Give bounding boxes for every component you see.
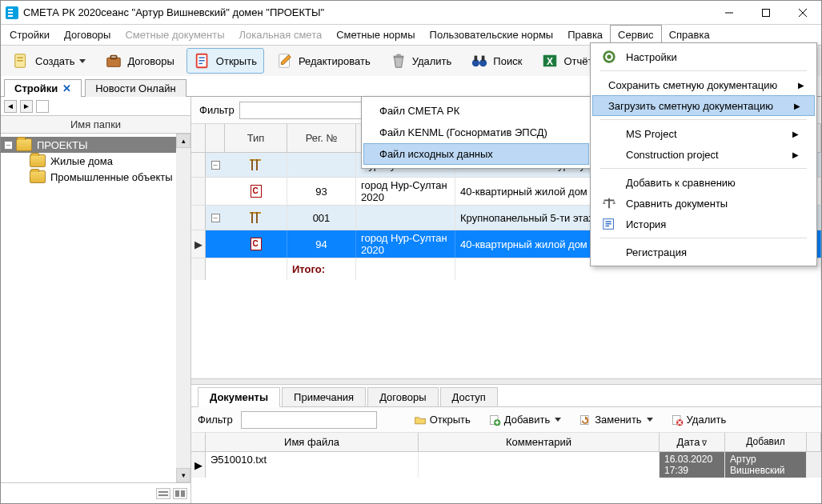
load-doc-submenu: Файл СМЕТА РК Файл KENML (Госнорматив ЭП… xyxy=(361,96,591,169)
document-open-icon xyxy=(194,52,211,70)
bdelete-button[interactable]: Удалить xyxy=(666,412,732,428)
excel-icon: X xyxy=(541,52,559,70)
collapse-icon[interactable]: – xyxy=(211,161,220,170)
badd-button[interactable]: Добавить xyxy=(483,412,566,428)
document-c-icon xyxy=(251,238,262,250)
add-icon xyxy=(488,414,501,426)
layout-toggle-1[interactable] xyxy=(156,488,170,499)
menu-localnaya-smeta: Локальная смета xyxy=(232,25,330,45)
briefcase-icon xyxy=(105,52,122,70)
collapse-icon[interactable]: – xyxy=(4,141,13,150)
btab-documents[interactable]: Документы xyxy=(198,387,280,407)
col-type[interactable]: Тип xyxy=(225,124,287,153)
tab-stroyki[interactable]: Стройки✕ xyxy=(4,79,82,97)
search-label: Поиск xyxy=(493,55,522,67)
btab-contracts[interactable]: Договоры xyxy=(367,387,438,407)
menu-stroyki[interactable]: Стройки xyxy=(2,25,57,45)
open-button[interactable]: Открыть xyxy=(186,48,264,74)
file-row[interactable]: ▶ Э510010.txt 16.03.2020 17:39 Артур Виш… xyxy=(191,452,821,478)
bcol-date[interactable]: Дата∇ xyxy=(660,433,725,451)
create-button[interactable]: Создать xyxy=(6,48,93,74)
bcol-added[interactable]: Добавил xyxy=(725,433,807,451)
menu-user-normy[interactable]: Пользовательские нормы xyxy=(423,25,561,45)
app-title: СМЕТА РК 2020 xyxy=(23,6,101,18)
bcol-name[interactable]: Имя файла xyxy=(206,433,419,451)
history-icon xyxy=(602,217,616,231)
tree-root[interactable]: – ПРОЕКТЫ xyxy=(1,137,190,153)
menu-load-doc[interactable]: Загрузить сметную документацию▶ xyxy=(592,95,815,116)
menu-dogovory[interactable]: Договоры xyxy=(57,25,118,45)
document-c-icon xyxy=(251,185,262,198)
edit-button[interactable]: Редактировать xyxy=(269,48,378,74)
nav-blank-icon xyxy=(36,100,49,113)
layout-toggle-2[interactable] xyxy=(173,488,187,499)
delete-label: Удалить xyxy=(412,55,452,67)
delete-button[interactable]: Удалить xyxy=(383,48,459,74)
col-reg[interactable]: Рег. № xyxy=(287,124,356,153)
svg-rect-38 xyxy=(606,226,610,226)
svg-rect-14 xyxy=(393,56,403,58)
menu-registration[interactable]: Регистрация xyxy=(592,242,815,262)
totals-label: Итого: xyxy=(292,263,325,275)
scroll-down-button[interactable]: ▾ xyxy=(176,468,190,482)
svg-rect-25 xyxy=(181,490,185,497)
close-button[interactable] xyxy=(784,1,821,24)
svg-rect-5 xyxy=(18,57,23,58)
tree-item[interactable]: Промышленные объекты xyxy=(1,169,190,185)
btab-access[interactable]: Доступ xyxy=(440,387,498,407)
maximize-button[interactable] xyxy=(748,1,784,24)
folder-icon xyxy=(16,138,32,151)
menu-compare[interactable]: Сравнить документы xyxy=(592,193,815,214)
menu-msproject[interactable]: MS Project▶ xyxy=(592,123,815,144)
splitter[interactable] xyxy=(191,378,821,385)
btab-notes[interactable]: Примечания xyxy=(282,387,366,407)
session-title: сеанс "Артур Вишневский" домен "ПРОЕКТЫ" xyxy=(101,6,324,18)
submenu-kenml-file[interactable]: Файл KENML (Госнорматив ЭПСД) xyxy=(363,122,589,143)
breplace-button[interactable]: Заменить xyxy=(574,412,657,428)
replace-icon xyxy=(579,414,591,426)
collapse-icon[interactable]: – xyxy=(211,214,220,222)
submenu-arrow-icon: ▶ xyxy=(785,81,804,90)
bfilter-label: Фильтр xyxy=(198,414,233,426)
svg-rect-37 xyxy=(606,223,611,224)
edit-label: Редактировать xyxy=(299,55,371,67)
filter-input[interactable] xyxy=(239,102,382,119)
folder-icon xyxy=(30,154,46,167)
caret-down-icon xyxy=(79,59,86,63)
bopen-button[interactable]: Открыть xyxy=(409,412,475,428)
svg-rect-11 xyxy=(198,60,204,61)
submenu-smeta-file[interactable]: Файл СМЕТА РК xyxy=(363,100,589,122)
scales-icon xyxy=(602,196,616,210)
svg-rect-12 xyxy=(198,63,202,64)
svg-rect-8 xyxy=(111,56,117,59)
svg-rect-23 xyxy=(158,494,168,496)
menu-save-doc[interactable]: Сохранить сметную документацию▶ xyxy=(592,74,815,95)
gear-icon xyxy=(602,50,616,64)
contracts-button[interactable]: Договоры xyxy=(98,48,181,74)
nav-fwd-button[interactable]: ► xyxy=(20,100,33,113)
svg-rect-10 xyxy=(198,57,204,58)
caret-down-icon xyxy=(555,418,561,422)
titlebar: СМЕТА РК 2020 сеанс "Артур Вишневский" д… xyxy=(1,1,821,25)
bcol-comment[interactable]: Комментарий xyxy=(419,433,660,451)
open-label: Открыть xyxy=(216,55,257,67)
menu-construction[interactable]: Construction project▶ xyxy=(592,144,815,165)
close-tab-icon[interactable]: ✕ xyxy=(62,82,71,94)
nav-back-button[interactable]: ◄ xyxy=(4,100,17,113)
submenu-source-file[interactable]: Файл исходных данных xyxy=(363,143,589,165)
menu-settings[interactable]: Настройки xyxy=(592,46,815,67)
tab-news[interactable]: Новости Онлайн xyxy=(85,79,186,97)
bfilter-input[interactable] xyxy=(241,411,377,429)
submenu-arrow-icon: ▶ xyxy=(780,150,799,159)
svg-rect-22 xyxy=(158,491,168,493)
menu-history[interactable]: История xyxy=(592,214,815,234)
app-icon xyxy=(6,6,18,19)
tree-item[interactable]: Жилые дома xyxy=(1,153,190,169)
minimize-button[interactable] xyxy=(711,1,748,24)
scroll-up-button[interactable]: ▴ xyxy=(176,134,190,148)
caret-down-icon xyxy=(647,418,653,422)
search-button[interactable]: Поиск xyxy=(463,48,529,74)
menu-smetnye-normy[interactable]: Сметные нормы xyxy=(329,25,422,45)
menu-smetnye-documenty: Сметные документы xyxy=(118,25,231,45)
menu-add-compare[interactable]: Добавить к сравнению xyxy=(592,172,815,193)
